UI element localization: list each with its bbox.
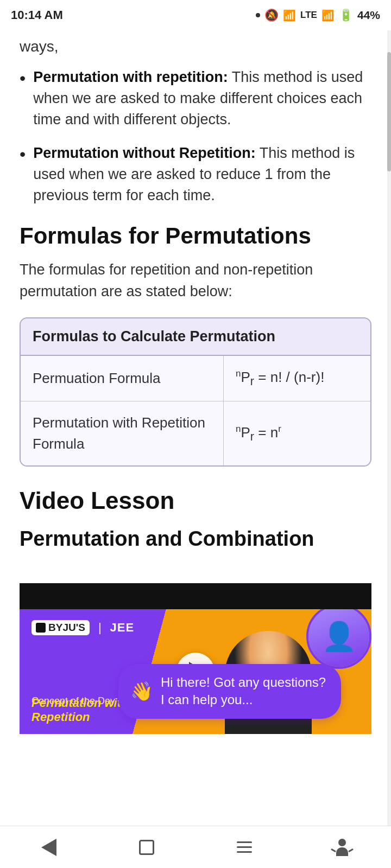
- formula-table-wrapper: Formulas to Calculate Permutation Permua…: [20, 317, 371, 467]
- byjus-logo-box: BYJU'S: [31, 620, 90, 635]
- row1-formula: nPr = n! / (n-r)!: [224, 355, 370, 401]
- chat-emoji: 👋: [130, 680, 153, 702]
- byjus-separator: |: [98, 621, 102, 635]
- byjus-title-line2: Repetition: [31, 710, 90, 724]
- accessibility-button[interactable]: [327, 832, 357, 863]
- bullet-item-1-bold: Permutation with repetition:: [33, 69, 228, 85]
- table-header: Formulas to Calculate Permutation: [21, 318, 370, 355]
- accessibility-icon: [336, 839, 348, 856]
- menu-button[interactable]: [229, 832, 260, 863]
- chat-line1: Hi there! Got any questions?: [161, 675, 326, 690]
- formulas-section-heading: Formulas for Permutations: [20, 222, 371, 250]
- battery-percent: 44%: [357, 9, 380, 22]
- intro-ways: ways,: [20, 36, 371, 57]
- byjus-logo-area: BYJU'S | JEE: [31, 620, 134, 635]
- main-content: ways, Permutation with repetition: This …: [0, 30, 391, 745]
- formula-table: Formulas to Calculate Permutation Permua…: [21, 318, 370, 466]
- byjus-title-line1: Permutation with: [31, 696, 128, 710]
- bullet-item-2-bold: Permutation without Repetition:: [33, 145, 255, 161]
- video-section-title: Permutation and Combination: [20, 527, 371, 551]
- mute-icon: 🔕: [264, 9, 279, 22]
- bottom-nav: [0, 826, 391, 868]
- back-icon: [41, 839, 56, 856]
- bullet-item-1-text: Permutation with repetition: This method…: [33, 67, 371, 130]
- signal-icon: 📶: [283, 9, 296, 22]
- byjus-logo-text: BYJU'S: [48, 622, 85, 634]
- menu-line-1: [237, 841, 252, 843]
- person-arm-right: [348, 848, 354, 852]
- menu-line-2: [237, 846, 252, 848]
- battery-icon: 🔋: [339, 9, 353, 22]
- video-black-bar: [20, 583, 371, 609]
- table-row: Permutation with Repetition Formula nPr …: [21, 401, 370, 466]
- row1-name: Permuation Formula: [21, 355, 224, 401]
- bullet-list: Permutation with repetition: This method…: [20, 67, 371, 206]
- lte-badge: LTE: [300, 10, 317, 21]
- chat-text: Hi there! Got any questions? I can help …: [161, 674, 326, 709]
- person-body: [336, 847, 348, 856]
- person-arm-left: [331, 848, 336, 852]
- bullet-item-2-text: Permutation without Repetition: This met…: [33, 143, 371, 206]
- portrait-placeholder: 👤: [308, 609, 369, 667]
- chat-line2: I can help you...: [161, 692, 253, 707]
- signal2-icon: 📶: [321, 9, 335, 22]
- byjus-logo-icon: [36, 623, 46, 633]
- dot-indicator: [256, 13, 260, 17]
- table-row: Permuation Formula nPr = n! / (n-r)!: [21, 355, 370, 401]
- chat-widget[interactable]: 👋 Hi there! Got any questions? I can hel…: [118, 664, 341, 719]
- menu-line-3: [237, 851, 252, 853]
- status-bar: 10:14 AM 🔕 📶 LTE 📶 🔋 44%: [0, 0, 391, 30]
- byjus-card-title: Permutation with Repetition: [31, 696, 128, 725]
- row2-formula: nPr = nr: [224, 401, 370, 466]
- back-button[interactable]: [34, 832, 64, 863]
- byjus-course: JEE: [110, 621, 135, 635]
- formulas-description: The formulas for repetition and non-repe…: [20, 259, 371, 302]
- video-lesson-heading: Video Lesson: [20, 487, 371, 514]
- home-button[interactable]: [131, 832, 162, 863]
- home-icon: [139, 840, 154, 855]
- bullet-item-2: Permutation without Repetition: This met…: [20, 143, 371, 206]
- status-icons: 🔕 📶 LTE 📶 🔋 44%: [256, 9, 380, 22]
- bullet-item-1: Permutation with repetition: This method…: [20, 67, 371, 130]
- person-head: [338, 839, 346, 846]
- menu-icon: [237, 841, 252, 853]
- row2-name: Permutation with Repetition Formula: [21, 401, 224, 466]
- time: 10:14 AM: [11, 8, 63, 22]
